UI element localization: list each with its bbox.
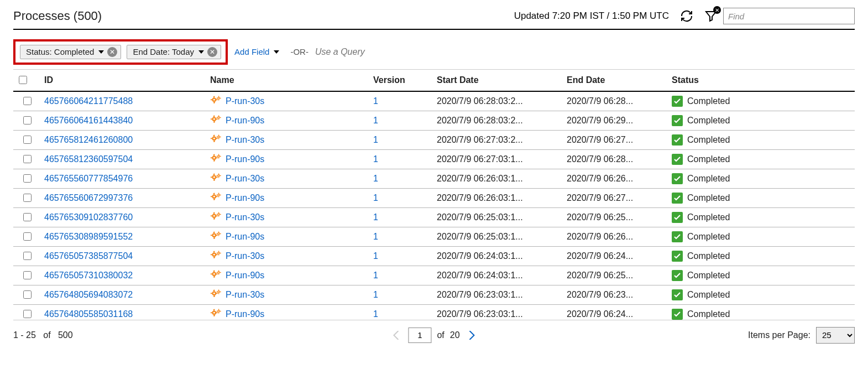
svg-rect-66 (216, 175, 217, 176)
version-link[interactable]: 1 (373, 193, 378, 202)
svg-point-153 (218, 292, 219, 293)
col-header-end[interactable]: End Date (563, 70, 668, 91)
process-name-link[interactable]: P-run-30s (226, 96, 264, 106)
process-name-link[interactable]: P-run-30s (226, 135, 264, 145)
row-checkbox[interactable] (23, 155, 32, 163)
process-id-link[interactable]: 465765308989591552 (44, 232, 133, 241)
version-link[interactable]: 1 (373, 271, 378, 280)
chevron-down-icon[interactable] (274, 49, 279, 55)
version-link[interactable]: 1 (373, 96, 378, 106)
process-name-link[interactable]: P-run-90s (226, 309, 264, 319)
svg-rect-116 (216, 254, 218, 255)
filter-chip-end-date[interactable]: End Date: Today ✕ (127, 45, 221, 59)
process-id-link[interactable]: 465766064211775488 (44, 96, 133, 106)
row-checkbox[interactable] (23, 97, 32, 105)
process-id-link[interactable]: 465765560672997376 (44, 193, 133, 202)
check-icon (674, 253, 681, 259)
process-name-link[interactable]: P-run-90s (226, 116, 264, 126)
svg-rect-4 (216, 99, 218, 100)
process-name-link[interactable]: P-run-90s (226, 271, 264, 280)
end-date-cell: 2020/7/9 06:29... (563, 111, 668, 131)
query-input[interactable] (314, 46, 391, 58)
row-checkbox[interactable] (23, 290, 32, 299)
start-date-cell: 2020/7/9 06:28:03:2... (433, 91, 563, 111)
select-all-header[interactable] (13, 70, 41, 91)
col-header-version[interactable]: Version (370, 70, 433, 91)
version-link[interactable]: 1 (373, 154, 378, 164)
svg-rect-151 (220, 292, 221, 292)
process-name-link[interactable]: P-run-90s (226, 193, 264, 203)
add-field-link[interactable]: Add Field (234, 47, 269, 56)
process-id-link[interactable]: 465765057385877504 (44, 251, 133, 261)
process-name-link[interactable]: P-run-90s (226, 154, 264, 164)
find-input[interactable] (723, 8, 855, 24)
row-checkbox[interactable] (23, 174, 32, 183)
chevron-left-icon (393, 331, 400, 340)
refresh-button[interactable] (678, 7, 696, 25)
chip-remove-button[interactable]: ✕ (207, 47, 217, 57)
svg-point-125 (218, 253, 219, 254)
version-link[interactable]: 1 (373, 232, 378, 241)
process-id-link[interactable]: 465765057310380032 (44, 271, 133, 280)
row-checkbox[interactable] (23, 194, 32, 202)
status-cell: Completed (672, 173, 851, 184)
svg-point-83 (218, 195, 219, 196)
process-id-link[interactable]: 465765560777854976 (44, 174, 133, 183)
svg-rect-8 (218, 96, 219, 97)
items-per-page-select[interactable]: 25 (816, 327, 855, 344)
filter-clear-badge[interactable]: ✕ (713, 6, 721, 14)
row-checkbox[interactable] (23, 116, 32, 124)
process-id-link[interactable]: 465764805585031168 (44, 309, 133, 319)
status-cell: Completed (672, 193, 851, 204)
process-name-link[interactable]: P-run-30s (226, 251, 264, 261)
process-id-link[interactable]: 465766064161443840 (44, 116, 133, 125)
row-checkbox[interactable] (23, 252, 32, 260)
col-header-status[interactable]: Status (668, 70, 855, 91)
row-checkbox[interactable] (23, 136, 32, 144)
process-name-link[interactable]: P-run-90s (226, 232, 264, 242)
version-link[interactable]: 1 (373, 309, 378, 319)
version-link[interactable]: 1 (373, 251, 378, 261)
next-page-button[interactable] (466, 329, 478, 342)
row-checkbox[interactable] (23, 213, 32, 221)
version-link[interactable]: 1 (373, 116, 378, 125)
col-header-name[interactable]: Name (207, 70, 370, 91)
svg-point-69 (218, 175, 219, 176)
row-checkbox[interactable] (23, 232, 32, 241)
row-checkbox[interactable] (23, 310, 32, 318)
svg-rect-11 (220, 98, 221, 98)
prev-page-button[interactable] (390, 329, 402, 342)
process-id-link[interactable]: 465765812360597504 (44, 154, 133, 164)
select-all-checkbox[interactable] (19, 76, 27, 84)
version-link[interactable]: 1 (373, 174, 378, 183)
process-icon (210, 115, 222, 127)
process-icon (210, 289, 222, 301)
version-link[interactable]: 1 (373, 212, 378, 222)
col-header-id[interactable]: ID (41, 70, 207, 91)
svg-rect-78 (218, 193, 219, 194)
chip-remove-button[interactable]: ✕ (107, 47, 117, 57)
process-id-link[interactable]: 465764805694083072 (44, 290, 133, 299)
svg-rect-45 (211, 157, 212, 158)
process-name-link[interactable]: P-run-30s (226, 174, 264, 184)
status-cell: Completed (672, 115, 851, 126)
table-row: 465764805585031168 P-run-90s 1 2020/7/9 … (13, 305, 855, 320)
filter-chip-status[interactable]: Status: Completed ✕ (20, 45, 121, 59)
status-label: Completed (687, 290, 730, 300)
version-link[interactable]: 1 (373, 135, 378, 144)
page-number-input[interactable] (408, 328, 431, 343)
version-link[interactable]: 1 (373, 290, 378, 299)
svg-rect-94 (216, 214, 217, 215)
process-id-link[interactable]: 465765812461260800 (44, 135, 133, 144)
process-name-link[interactable]: P-run-30s (226, 212, 264, 222)
chevron-down-icon (198, 49, 204, 55)
col-header-start[interactable]: Start Date (433, 70, 563, 91)
process-id-link[interactable]: 465765309102837760 (44, 212, 133, 222)
svg-rect-109 (220, 233, 221, 234)
row-checkbox[interactable] (23, 271, 32, 279)
process-name-link[interactable]: P-run-30s (226, 290, 264, 300)
table-scroll[interactable]: ID Name Version Start Date End Date Stat… (13, 70, 855, 320)
filter-button[interactable]: ✕ (702, 7, 720, 25)
status-badge (672, 270, 683, 281)
status-badge (672, 212, 683, 223)
